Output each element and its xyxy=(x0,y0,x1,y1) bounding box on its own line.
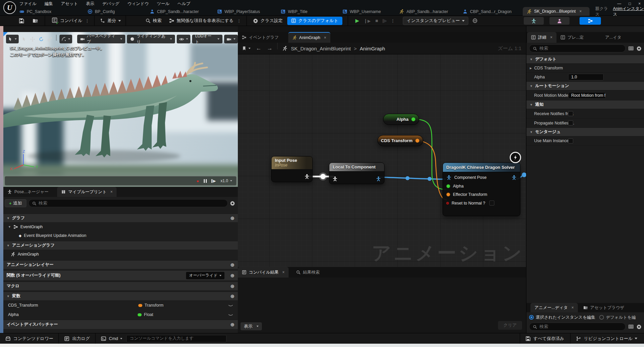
tab-compile-results[interactable]: コンパイル結果× xyxy=(238,267,289,278)
pin-pose-out[interactable] xyxy=(304,174,310,179)
section-graphs[interactable]: ▼グラフ⊕ xyxy=(3,214,238,222)
add-dispatcher-icon[interactable]: ⊕ xyxy=(230,322,234,328)
play-button[interactable]: ▶ xyxy=(355,18,359,24)
debug-world-icon[interactable] xyxy=(472,18,478,23)
stop-button[interactable]: ■ xyxy=(375,18,378,23)
section-default[interactable]: ▼デフォルト xyxy=(526,55,644,63)
menu-view[interactable]: 表示 xyxy=(86,1,94,7)
hide-unrelated-button[interactable]: 無関係な項目を非表示にする xyxy=(177,18,234,24)
tab-find-results[interactable]: 結果検索 xyxy=(292,267,324,278)
tab-preview-settings[interactable]: プレ...定 xyxy=(556,32,588,43)
add-graph-icon[interactable]: ⊕ xyxy=(230,215,234,221)
pin-alpha-out[interactable] xyxy=(411,117,416,121)
menu-asset[interactable]: アセット xyxy=(61,1,78,7)
cmd-dropdown[interactable]: Cmd xyxy=(109,336,118,341)
row-cds-transform[interactable]: ▶CDS Transform xyxy=(526,63,644,72)
content-drawer-button[interactable]: コンテンツドロワー xyxy=(13,336,53,342)
preview-viewport[interactable]: SK_Dragon_AnimBlueprint_C のプレビュー中。 このモード… xyxy=(3,26,238,187)
pin-pose-in[interactable] xyxy=(332,176,338,182)
compile-options-icon[interactable]: ⋮ xyxy=(85,18,90,23)
tab-asset-browser[interactable]: アセットブラウザ xyxy=(579,303,628,312)
skeletal-mesh-shortcut-button[interactable] xyxy=(549,17,570,25)
edit-defaults-radio[interactable] xyxy=(599,315,604,320)
screenshot-dropdown[interactable] xyxy=(224,35,238,43)
browse-icon[interactable] xyxy=(32,18,38,24)
add-button[interactable]: +追加 xyxy=(5,199,26,207)
class-settings-button[interactable]: クラス設定 xyxy=(261,18,283,24)
save-icon[interactable] xyxy=(19,18,24,24)
close-button[interactable]: × xyxy=(638,1,641,6)
hide-unrelated-options-icon[interactable]: ⋮ xyxy=(237,18,241,23)
use-main-instance-checkbox[interactable] xyxy=(568,138,573,143)
record-button[interactable]: ● xyxy=(196,179,199,184)
asset-tab-pc-sandbox[interactable]: PC_Sandbox xyxy=(19,7,51,16)
variable-row-alpha[interactable]: Alpha Float xyxy=(3,310,238,319)
node-cds-transform-getter[interactable]: CDS Transform xyxy=(377,135,423,146)
variable-row-cds-transform[interactable]: CDS_Transform Transform xyxy=(3,301,238,310)
pin-pose-out[interactable] xyxy=(376,176,381,182)
row-event-update-animation[interactable]: ◆Event Blueprint Update Animation xyxy=(19,232,86,240)
section-animation-layers[interactable]: アニメーションレイヤー⊕ xyxy=(3,260,238,269)
show-filter-dropdown[interactable]: 表示 xyxy=(240,322,262,330)
pin-reset-in[interactable] xyxy=(446,202,449,205)
snap-dropdown[interactable] xyxy=(59,35,72,43)
pin-effector-transform-in[interactable] xyxy=(446,193,450,197)
close-icon[interactable]: × xyxy=(110,190,113,194)
compile-button[interactable]: コンパイル xyxy=(60,18,83,24)
asset-tab-cbp-sand-dragon[interactable]: CBP_Sand...r_Dragon xyxy=(463,7,511,16)
menu-help[interactable]: ヘルプ xyxy=(178,1,190,7)
tab-asset-details[interactable]: ア...イタ xyxy=(601,32,626,43)
tab-event-graph[interactable]: イベントグラフ xyxy=(238,32,283,43)
section-notifies[interactable]: ▼通知 xyxy=(526,100,644,109)
nav-back-button[interactable]: ← xyxy=(256,45,262,52)
gear-icon[interactable] xyxy=(636,46,642,51)
close-icon[interactable]: × xyxy=(550,35,552,40)
lod-dropdown[interactable]: LODオート xyxy=(192,35,222,43)
menu-tools[interactable]: ツール xyxy=(157,1,169,7)
asset-tab-abp-sandbox-character[interactable]: ABP_Sandb...haracter xyxy=(399,7,448,16)
breadcrumb[interactable]: SK_Dragon_AnimBlueprint > AnimGraph xyxy=(291,46,385,51)
edit-instance-radio[interactable] xyxy=(529,315,534,320)
close-icon[interactable]: × xyxy=(572,305,574,310)
menu-debug[interactable]: デバッグ xyxy=(102,1,119,7)
pause-button[interactable] xyxy=(204,179,207,183)
pin-component-pose-out[interactable] xyxy=(511,175,517,180)
anim-preview-search-input[interactable]: 検索 xyxy=(529,323,626,331)
menu-window[interactable]: ウィンドウ xyxy=(128,1,149,7)
add-layer-icon[interactable]: ⊕ xyxy=(230,262,234,268)
anim-blueprint-shortcut-button[interactable] xyxy=(580,17,601,25)
alpha-value-input[interactable]: 1.0 xyxy=(568,74,604,80)
asset-tab-cbp-sandbox-character[interactable]: CBP_Sandb...haracter xyxy=(150,7,199,16)
add-variable-icon[interactable]: ⊕ xyxy=(230,293,234,299)
grid-view-icon[interactable] xyxy=(628,46,634,51)
eye-closed-icon[interactable] xyxy=(228,303,233,308)
lighting-dropdown[interactable]: ライティングあり xyxy=(127,35,175,43)
close-icon[interactable]: × xyxy=(324,35,326,40)
playback-speed-dropdown[interactable]: x1.0 xyxy=(220,179,232,183)
grid-view-icon[interactable] xyxy=(628,324,634,329)
row-animgraph[interactable]: AnimGraph xyxy=(11,250,39,258)
node-alpha-getter[interactable]: Alpha xyxy=(383,114,419,125)
asset-tab-wbp-username[interactable]: WBP_Username xyxy=(342,7,381,16)
tab-my-blueprint[interactable]: マイブループリント× xyxy=(57,187,117,197)
output-log-button[interactable]: 出力ログ xyxy=(72,336,90,342)
my-blueprint-search-input[interactable]: 検索 xyxy=(28,199,228,207)
perspective-dropdown[interactable]: パースペクティブ xyxy=(77,35,125,43)
clear-button[interactable]: クリア xyxy=(498,321,522,330)
menu-file[interactable]: ファイル xyxy=(19,1,36,7)
asset-tab-wbp-playerstatus[interactable]: WBP_PlayerStatus xyxy=(217,7,260,16)
asset-tab-sk-dragon-blueprint[interactable]: SK_Dragon...Blueprint× xyxy=(523,7,590,16)
add-function-icon[interactable]: ⊕ xyxy=(230,273,234,279)
play-options-icon[interactable]: ⋮ xyxy=(390,18,395,23)
skeleton-shortcut-button[interactable] xyxy=(524,17,544,25)
asset-tab-wbp-title[interactable]: WBP_Title xyxy=(281,7,308,16)
eye-closed-icon[interactable] xyxy=(228,312,233,317)
tab-anim-preview-editor[interactable]: アニメー...ディタ× xyxy=(530,303,578,312)
show-flags-dropdown[interactable] xyxy=(177,35,190,43)
propagate-notifies-checkbox[interactable] xyxy=(568,120,573,125)
maximize-button[interactable]: □ xyxy=(629,1,631,6)
gear-icon[interactable] xyxy=(230,201,235,206)
bookmark-icon[interactable] xyxy=(242,46,247,51)
pin-component-pose-in[interactable] xyxy=(446,175,452,180)
close-icon[interactable]: × xyxy=(579,9,582,14)
